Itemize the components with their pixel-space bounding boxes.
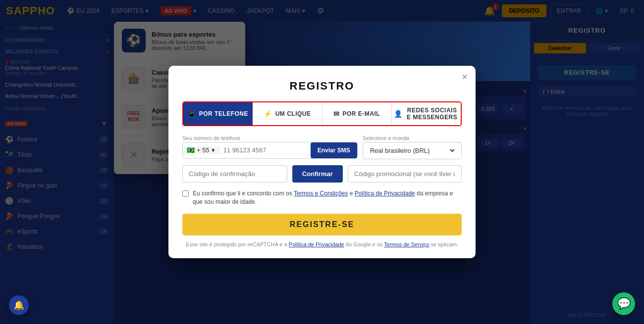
- send-sms-button[interactable]: Enviar SMS: [311, 142, 357, 158]
- currency-select[interactable]: Real brasileiro (BRL) USD EUR: [368, 146, 456, 155]
- social-icon: 👤: [394, 110, 403, 118]
- phone-input[interactable]: [219, 142, 311, 158]
- modal-title: REGISTRO: [182, 80, 462, 93]
- captcha-privacy-link[interactable]: Política de Privacidade: [289, 241, 344, 247]
- lightning-icon: ⚡: [264, 110, 272, 118]
- dropdown-arrow: ▾: [212, 146, 215, 154]
- phone-icon: 📱: [187, 110, 196, 118]
- confirm-code-input[interactable]: [182, 165, 287, 183]
- currency-field[interactable]: Real brasileiro (BRL) USD EUR: [363, 142, 462, 159]
- terms-conditions-link[interactable]: Termos e Condições: [294, 190, 348, 197]
- chat-icon: 💬: [617, 297, 631, 310]
- tab-um-clique[interactable]: ⚡ UM CLIQUE: [253, 102, 322, 125]
- confirm-promo-row: Confirmar: [182, 165, 462, 183]
- chat-button[interactable]: 💬: [612, 292, 635, 315]
- confirm-button[interactable]: Confirmar: [292, 165, 343, 183]
- tab-redes-sociais[interactable]: 👤 REDES SOCIAIS E MESSENGERS: [392, 102, 461, 125]
- register-main-button[interactable]: REGISTRE-SE: [182, 214, 462, 235]
- tab-por-telefone[interactable]: 📱 POR TELEFONE: [183, 102, 253, 125]
- phone-currency-row: Seu número de telefone 🇧🇷 + 55 ▾ Enviar …: [182, 135, 462, 159]
- privacy-policy-link[interactable]: Política de Privacidade: [355, 190, 415, 197]
- phone-label: Seu número de telefone: [182, 135, 358, 141]
- captcha-text: Esse site é protegido por reCAPTCHA e a …: [182, 241, 462, 247]
- modal-tabs: 📱 POR TELEFONE ⚡ UM CLIQUE ✉ POR E-MAIL …: [182, 101, 462, 126]
- email-icon: ✉: [333, 110, 340, 118]
- currency-label: Selecione a moeda: [363, 135, 462, 141]
- phone-field[interactable]: 🇧🇷 + 55 ▾ Enviar SMS: [182, 142, 358, 159]
- terms-checkbox[interactable]: [182, 190, 189, 197]
- terms-row: Eu confirmo que li e concordo com os Ter…: [182, 189, 462, 206]
- tab-por-email[interactable]: ✉ POR E-MAIL: [322, 102, 392, 125]
- bell-button[interactable]: 🔔: [9, 295, 29, 315]
- bell-icon: 🔔: [13, 300, 24, 311]
- modal-overlay[interactable]: × REGISTRO 📱 POR TELEFONE ⚡ UM CLIQUE ✉ …: [0, 0, 644, 324]
- modal-close-button[interactable]: ×: [462, 72, 468, 82]
- promo-code-input[interactable]: [348, 165, 462, 183]
- registration-modal: × REGISTRO 📱 POR TELEFONE ⚡ UM CLIQUE ✉ …: [168, 66, 476, 259]
- captcha-terms-link[interactable]: Termos de Serviço: [384, 241, 429, 247]
- phone-flag[interactable]: 🇧🇷 + 55 ▾: [183, 146, 219, 154]
